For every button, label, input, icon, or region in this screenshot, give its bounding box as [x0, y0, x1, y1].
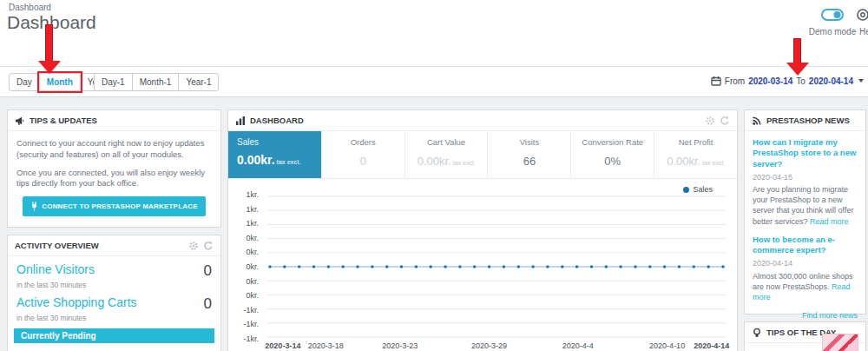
metric-sales-value: 0.00kr.: [237, 153, 275, 167]
tips-updates-panel: TIPS & UPDATES Connect to your account r…: [7, 109, 221, 228]
metric-conversion-rate-label: Conversion Rate: [575, 137, 650, 147]
y-tick: -1kr.: [243, 306, 259, 315]
metric-net-profit-suffix: tax excl.: [702, 160, 725, 166]
y-tick: -1kr.: [243, 334, 259, 343]
tips-updates-title: TIPS & UPDATES: [30, 116, 97, 125]
annotation-arrow-month: [38, 24, 61, 75]
metric-conversion-rate-value: 0%: [575, 155, 650, 168]
y-tick: -1kr.: [243, 320, 259, 328]
offset-button-year-1[interactable]: Year-1: [178, 73, 219, 91]
active-carts-label: Active Shopping Carts: [16, 295, 137, 309]
help-icon[interactable]: [856, 8, 868, 22]
offset-button-group: Day-1 Month-1 Year-1: [94, 73, 219, 91]
metric-cart-value-value: 0.00kr.: [418, 155, 451, 168]
tips-of-the-day-panel: TIPS OF THE DAY: [744, 321, 866, 351]
read-more-link[interactable]: Read more: [810, 217, 849, 226]
offset-button-day-1[interactable]: Day-1: [94, 73, 133, 91]
megaphone-icon: [15, 116, 25, 126]
news-item-excerpt: Almost 300,000 online shops are now Pres…: [753, 271, 858, 302]
chart-legend: Sales: [683, 185, 713, 194]
lightbulb-icon: [752, 328, 762, 338]
gear-icon[interactable]: [705, 116, 715, 126]
news-item-title[interactable]: How to become an e-commerce expert?: [753, 235, 858, 256]
metric-orders-label: Orders: [326, 137, 401, 147]
x-tick: 2020-4-4: [562, 341, 594, 350]
y-tick: 1kr.: [246, 190, 259, 199]
y-tick: 0kr.: [246, 291, 259, 300]
calendar-icon: [711, 76, 721, 86]
metric-net-profit[interactable]: Net Profit 0.00kr.tax excl.: [654, 131, 737, 178]
online-visitors-row: Online Visitors 0: [8, 256, 220, 280]
range-button-month[interactable]: Month: [39, 73, 81, 91]
demo-mode-icon[interactable]: [820, 8, 845, 22]
gear-icon[interactable]: [188, 241, 199, 251]
tips-paragraph-2: Once you are connected, you will also en…: [16, 168, 212, 190]
date-from-value: 2020-03-14: [748, 76, 792, 86]
metric-net-profit-value: 0.00kr.: [667, 155, 700, 168]
news-item-excerpt: Are you planning to migrate your PrestaS…: [753, 184, 858, 227]
x-tick: 2020-3-14: [265, 341, 300, 350]
chevron-down-icon: [858, 79, 864, 83]
y-tick: 1kr.: [246, 219, 259, 228]
metric-visits-value: 66: [491, 155, 567, 168]
x-tick: 2020-4-10: [649, 341, 685, 350]
chart-y-axis: 1kr. 1kr. 1kr. 0kr. 0kr. 0kr. 0kr. 0kr. …: [228, 190, 263, 343]
help-label: Help: [856, 27, 868, 36]
x-tick: 2020-4-14: [694, 341, 729, 350]
find-more-news-link[interactable]: Find more news: [753, 310, 858, 321]
prestashop-news-panel: PRESTASHOP NEWS How can I migrate my Pre…: [744, 109, 866, 315]
legend-label: Sales: [693, 185, 713, 194]
demo-mode-toggle[interactable]: Demo mode: [807, 8, 858, 36]
active-carts-row: Active Shopping Carts 0: [8, 289, 220, 313]
date-range-picker[interactable]: From 2020-03-14 To 2020-04-14: [711, 76, 864, 86]
activity-overview-header: ACTIVITY OVERVIEW: [8, 235, 220, 256]
x-tick: 2020-3-18: [308, 341, 344, 350]
plug-icon: [30, 202, 38, 211]
tips-updates-header: TIPS & UPDATES: [8, 110, 220, 131]
dashboard-panel: DASHBOARD Sales 0.00kr.tax excl. Orders …: [227, 109, 738, 351]
metric-cart-value-suffix: tax excl.: [453, 160, 476, 166]
date-to-value: 2020-04-14: [809, 76, 853, 86]
online-visitors-label: Online Visitors: [16, 262, 95, 276]
news-item-title[interactable]: How can I migrate my PrestaShop store to…: [753, 137, 858, 169]
x-tick: 2020-3-23: [382, 341, 418, 350]
metric-sales-label: Sales: [237, 137, 312, 147]
currently-pending-header: Currently Pending: [14, 328, 214, 343]
metric-sales-suffix: tax excl.: [277, 159, 301, 165]
connect-marketplace-button[interactable]: CONNECT TO PRESTASHOP MARKETPLACE: [23, 196, 206, 216]
offset-button-month-1[interactable]: Month-1: [132, 73, 180, 91]
connect-marketplace-label: CONNECT TO PRESTASHOP MARKETPLACE: [42, 202, 198, 210]
metric-conversion-rate[interactable]: Conversion Rate 0%: [571, 131, 654, 178]
news-item: How can I migrate my PrestaShop store to…: [753, 137, 858, 227]
news-item: How to become an e-commerce expert? 2020…: [753, 235, 858, 302]
rss-icon: [752, 116, 762, 126]
range-button-day[interactable]: Day: [9, 73, 40, 91]
metric-cart-value-label: Cart Value: [409, 137, 484, 147]
tip-illustration-image: [822, 334, 858, 351]
dashboard-panel-title: DASHBOARD: [250, 116, 304, 125]
metric-orders[interactable]: Orders 0: [322, 131, 405, 178]
metric-visits[interactable]: Visits 66: [488, 131, 571, 178]
demo-mode-label: Demo mode: [807, 27, 858, 36]
y-tick: 1kr.: [246, 205, 259, 214]
date-from-label: From: [725, 76, 745, 86]
metric-sales[interactable]: Sales 0.00kr.tax excl.: [228, 131, 322, 178]
breadcrumb[interactable]: Dashboard: [9, 3, 51, 12]
x-tick: 2020-3-29: [471, 341, 507, 350]
y-tick: 0kr.: [246, 277, 259, 286]
refresh-icon[interactable]: [720, 116, 730, 126]
help-button[interactable]: Help: [856, 8, 868, 36]
annotation-arrow-daterange: [786, 38, 809, 76]
active-carts-value: 0: [204, 295, 212, 313]
dashboard-panel-header: DASHBOARD: [228, 110, 737, 131]
metric-cart-value[interactable]: Cart Value 0.00kr.tax excl.: [405, 131, 489, 178]
dashboard-page: Dashboard Dashboard Demo mode Help Day M…: [0, 0, 868, 351]
legend-dot-icon: [683, 187, 689, 193]
tips-updates-body: Connect to your account right now to enj…: [8, 131, 220, 223]
metric-orders-value: 0: [326, 155, 401, 168]
y-tick: 0kr.: [246, 262, 259, 271]
refresh-icon[interactable]: [203, 241, 214, 251]
bar-chart-icon: [235, 116, 246, 126]
news-item-date: 2020-04-14: [753, 258, 858, 268]
activity-overview-panel: ACTIVITY OVERVIEW Online Visitors 0 in t…: [7, 235, 221, 351]
